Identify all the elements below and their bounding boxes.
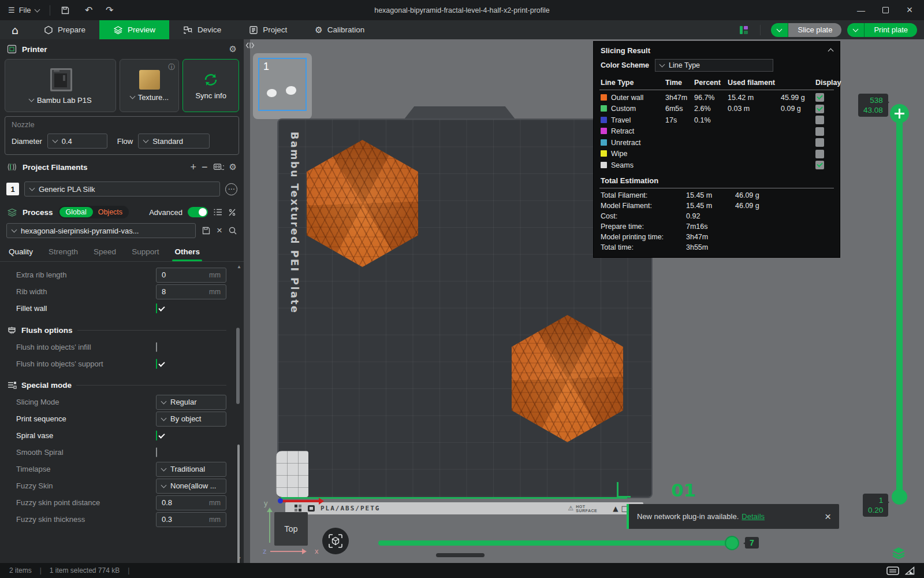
expand-corner-icon[interactable] [905, 566, 915, 575]
display-checkbox[interactable] [815, 138, 824, 147]
save-button[interactable] [61, 6, 76, 15]
tab-device[interactable]: Device [169, 20, 235, 39]
display-checkbox[interactable] [815, 127, 824, 136]
multi-plate-icon[interactable] [739, 25, 750, 35]
tab-others[interactable]: Others [174, 247, 200, 261]
fillet-wall-checkbox[interactable] [156, 303, 157, 313]
layer-slider[interactable] [896, 113, 903, 497]
assembly-list-icon[interactable] [886, 566, 899, 575]
settings-scrollbar[interactable]: ▲ ▲ [236, 265, 241, 561]
undo-button[interactable]: ↶ [81, 5, 96, 16]
step-slider[interactable] [378, 540, 733, 546]
scope-objects-button[interactable]: Objects [93, 207, 128, 217]
view-cube[interactable]: Top [274, 512, 308, 546]
layer-slider-top-handle[interactable] [890, 104, 909, 123]
redo-button[interactable]: ↷ [102, 5, 117, 16]
step-slider-handle[interactable] [725, 536, 739, 550]
filaments-section-header: Project Filaments + − ⚙ [0, 157, 244, 177]
axis-z-label: z [263, 547, 267, 555]
clear-preset-icon[interactable]: × [217, 225, 222, 236]
table-row: Unretract [594, 137, 840, 149]
layers-view-icon[interactable] [892, 547, 906, 560]
print-sequence-select[interactable]: By object [156, 412, 226, 427]
layer-slider-bottom-handle[interactable] [892, 489, 907, 505]
minimize-button[interactable]: — [850, 2, 872, 18]
tab-support[interactable]: Support [132, 247, 159, 261]
smooth-spiral-checkbox[interactable] [156, 447, 157, 457]
plate-brand-text: Bambu Textured PEI Plate [289, 132, 300, 314]
process-preset-select[interactable]: hexagonal-sierpinski-pyramid-vas... [6, 223, 196, 238]
collapse-panel-icon[interactable] [245, 42, 255, 49]
display-checkbox[interactable] [815, 105, 824, 113]
plate-thumbnail[interactable]: 1 [253, 53, 312, 119]
info-icon[interactable]: ⓘ [168, 62, 175, 72]
tab-preview[interactable]: Preview [99, 20, 169, 39]
tab-project[interactable]: Project [235, 20, 301, 39]
list-view-icon[interactable] [213, 208, 222, 216]
display-checkbox[interactable] [815, 93, 824, 102]
diameter-select[interactable]: 0.4 [47, 134, 107, 149]
display-checkbox[interactable] [815, 161, 824, 169]
auto-orient-button[interactable] [322, 528, 349, 554]
print-options-chevron[interactable] [847, 23, 865, 37]
total-row: Prepare time:7m16s [594, 221, 840, 232]
save-preset-icon[interactable] [202, 226, 211, 235]
setting-label: Spiral vase [16, 431, 156, 440]
slider-drag-handle[interactable] [436, 553, 485, 557]
timelapse-select[interactable]: Traditional [156, 462, 226, 477]
extra-rib-length-input[interactable]: 0mm [156, 268, 226, 283]
plate-select-card[interactable]: ⓘ Texture... [120, 59, 179, 112]
scrollbar-thumb[interactable] [236, 328, 240, 404]
spiral-vase-checkbox[interactable] [156, 431, 157, 440]
notification-details-link[interactable]: Details [742, 512, 765, 521]
scroll-down-icon[interactable]: ▲ [237, 556, 241, 561]
home-button[interactable]: ⌂ [0, 20, 30, 39]
tune-filter-icon[interactable] [228, 208, 237, 217]
tab-quality[interactable]: Quality [9, 247, 33, 261]
tab-speed[interactable]: Speed [94, 247, 116, 261]
flow-select[interactable]: Standard [138, 134, 210, 149]
tab-prepare[interactable]: Prepare [30, 20, 99, 39]
plate-type-icon [307, 505, 315, 512]
collapse-chevron-icon[interactable] [828, 49, 834, 54]
print-plate-button[interactable]: Print plate [847, 23, 917, 37]
setting-row: Flush into objects' infill [16, 339, 226, 355]
fuzzy-thickness-input[interactable]: 0.3mm [156, 512, 226, 527]
flush-support-checkbox[interactable] [156, 359, 157, 369]
scroll-up-icon[interactable]: ▲ [237, 264, 241, 269]
flush-options-section: Flush options [7, 325, 226, 335]
slice-options-chevron[interactable] [771, 23, 788, 37]
filament-more-button[interactable]: ⋯ [225, 183, 237, 195]
ams-sync-icon[interactable] [213, 162, 224, 172]
advanced-toggle[interactable] [188, 207, 208, 217]
printer-settings-gear-icon[interactable]: ⚙ [229, 44, 237, 54]
sync-info-button[interactable]: Sync info [182, 59, 239, 112]
flush-infill-checkbox[interactable] [156, 342, 157, 352]
remove-filament-button[interactable]: − [202, 161, 208, 173]
display-checkbox[interactable] [815, 150, 824, 158]
display-checkbox[interactable] [815, 116, 824, 124]
viewport-3d[interactable]: 1 Bambu Textured PEI Plate 01 PLA/ABS/PE… [244, 39, 924, 563]
scope-global-button[interactable]: Global [59, 207, 93, 217]
slicing-mode-select[interactable]: Regular [156, 395, 226, 410]
close-button[interactable]: × [899, 2, 921, 18]
add-filament-button[interactable]: + [191, 161, 197, 173]
scrollbar-thumb-outer[interactable] [237, 444, 240, 563]
total-row: Total time:3h55m [594, 242, 840, 253]
total-row: Total Filament:15.45 m46.09 g [594, 190, 840, 201]
file-menu[interactable]: ☰ File [8, 6, 39, 14]
printer-select-card[interactable]: Bambu Lab P1S [5, 59, 116, 112]
tab-strength[interactable]: Strength [49, 247, 78, 261]
panel-splitter[interactable] [244, 39, 250, 563]
maximize-button[interactable] [874, 2, 896, 18]
filament-select[interactable]: Generic PLA Silk [24, 181, 220, 197]
rib-width-input[interactable]: 8mm [156, 284, 226, 299]
fuzzy-skin-select[interactable]: None(allow ... [156, 479, 226, 494]
tab-calibration[interactable]: ⚙ Calibration [301, 20, 378, 39]
color-scheme-select[interactable]: Line Type [655, 59, 773, 72]
search-icon[interactable] [228, 226, 237, 235]
notification-close-icon[interactable]: × [825, 510, 831, 523]
filament-settings-gear-icon[interactable]: ⚙ [229, 162, 237, 172]
slice-plate-button[interactable]: Slice plate [771, 23, 841, 37]
fuzzy-point-distance-input[interactable]: 0.8mm [156, 495, 226, 510]
